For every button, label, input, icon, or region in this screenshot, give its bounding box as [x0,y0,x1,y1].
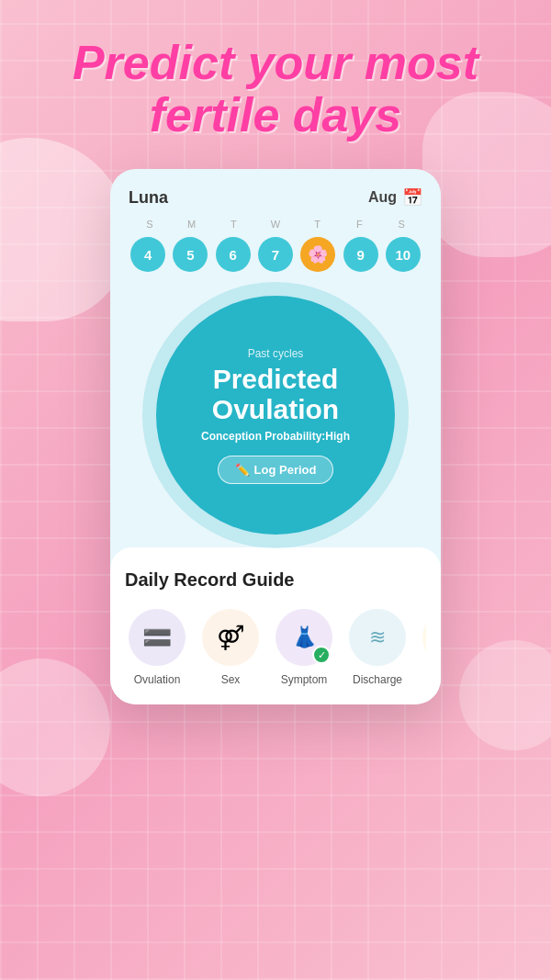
sex-icon: ⚤ [217,624,245,652]
discharge-icon: ≋ [369,625,386,649]
calendar-username: Luna [129,188,168,208]
ovulation-label: Ovulation [134,673,181,686]
day-6[interactable]: 6 [216,237,251,272]
symptom-label: Symptom [281,673,328,686]
day-8[interactable]: 🌸 [300,237,335,272]
conception-label: Conception Probability:High [201,430,350,443]
day-numbers-row: 4 5 6 7 🌸 9 10 [129,237,422,272]
day-9[interactable]: 9 [343,237,378,272]
ovulation-circle-wrapper: Past cycles Predicted Ovulation Concepti… [110,287,441,557]
month-label: Aug [368,189,397,206]
past-cycles-label: Past cycles [248,347,304,360]
symptom-check-badge: ✓ [312,646,331,664]
calendar-icon[interactable]: 📅 [402,187,422,208]
symptom-icon: 👗 [292,625,317,649]
day-label-s1: S [129,219,171,230]
hero-title: Predict your most fertile days [0,37,551,141]
day-label-t1: T [212,219,254,230]
calendar-month: Aug 📅 [368,187,422,208]
day-labels-row: S M T W T F S [129,219,422,230]
mood-icon-wrap: 😊 [422,609,426,666]
record-discharge[interactable]: ≋ Discharge [345,609,410,686]
symptom-icon-wrap: 👗 ✓ [276,609,332,666]
day-7[interactable]: 7 [258,237,293,272]
daily-record-section: Daily Record Guide 🟰 Ovulation ⚤ Sex [110,547,441,704]
calendar-section: Luna Aug 📅 S M T W T F S 4 5 6 [110,169,441,272]
ovulation-icon-wrap: 🟰 [129,609,186,666]
record-ovulation[interactable]: 🟰 Ovulation [125,609,189,686]
discharge-icon-wrap: ≋ [349,609,406,666]
day-10[interactable]: 10 [386,237,421,272]
day-label-w: W [254,219,297,230]
log-button-label: Log Period [254,463,317,477]
day-label-m: M [171,219,213,230]
discharge-label: Discharge [353,673,402,686]
sex-label: Sex [221,673,241,686]
phone-card: Luna Aug 📅 S M T W T F S 4 5 6 [110,169,441,704]
log-period-button[interactable]: ✏️ Log Period [218,456,334,484]
daily-record-title: Daily Record Guide [125,569,426,591]
day-5[interactable]: 5 [173,237,208,272]
record-items-row: 🟰 Ovulation ⚤ Sex 👗 ✓ [125,609,426,686]
record-symptom[interactable]: 👗 ✓ Symptom [272,609,336,686]
day-label-f: F [339,219,381,230]
calendar-header: Luna Aug 📅 [129,187,422,208]
ovulation-icon: 🟰 [142,624,172,652]
ovulation-circle: Past cycles Predicted Ovulation Concepti… [156,296,395,535]
day-4[interactable]: 4 [130,237,165,272]
record-sex[interactable]: ⚤ Sex [198,609,263,686]
record-mood[interactable]: 😊 M [419,609,426,686]
day-label-t2: T [297,219,339,230]
predicted-title: Predicted Ovulation [212,364,339,424]
day-label-s2: S [380,219,422,230]
sex-icon-wrap: ⚤ [202,609,259,666]
pencil-icon: ✏️ [235,463,250,477]
